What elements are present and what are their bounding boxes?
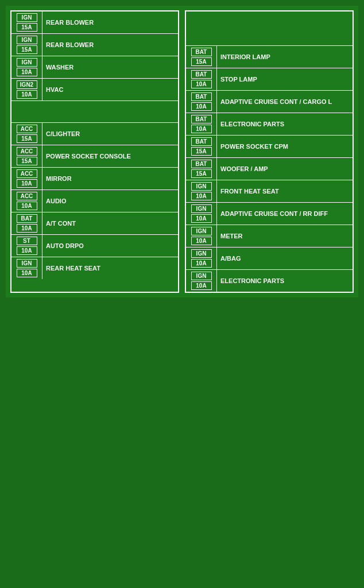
fuse-description: AUTO DRPO <box>42 235 178 257</box>
fuse-description: WOOFER / AMP <box>217 158 353 180</box>
fuse-row: ACC10AMIRROR <box>11 168 178 190</box>
fuse-code-cell: ACC10A <box>11 190 42 212</box>
fuse-type: ST <box>17 237 37 245</box>
fuse-row: IGN10AA/BAG <box>186 247 353 270</box>
fuse-type: BAT <box>191 160 212 168</box>
fuse-amperage: 10A <box>191 192 212 200</box>
fuse-amperage: 15A <box>17 45 37 54</box>
left-panel: IGN15AREAR BLOWERIGN15AREAR BLOWERIGN10A… <box>10 10 179 293</box>
fuse-code-cell: BAT10A <box>186 113 217 135</box>
fuse-description: POWER SOCKET CONSOLE <box>42 145 178 167</box>
fuse-row: BAT15AINTERIOR LAMP <box>186 46 353 68</box>
fuse-amperage: 10A <box>17 179 37 188</box>
fuse-type: BAT <box>17 214 37 223</box>
fuse-type: BAT <box>191 70 212 79</box>
fuse-code-cell: BAT10A <box>11 212 42 234</box>
fuse-row: BAT10ASTOP LAMP <box>186 68 353 91</box>
fuse-description: HVAC <box>42 79 178 100</box>
fuse-amperage: 10A <box>191 80 212 88</box>
fuse-row: ACC10AAUDIO <box>11 190 178 212</box>
fuse-code-cell: IGN10A <box>186 225 217 247</box>
fuse-code-cell: BAT15A <box>186 158 217 180</box>
fuse-type: IGN <box>191 249 212 258</box>
fuse-type: IGN <box>191 272 212 280</box>
fuse-code-cell: IGN210A <box>11 79 42 100</box>
fuse-type: IGN <box>17 259 37 268</box>
fuse-code-cell: BAT10A <box>186 68 217 90</box>
fuse-type: ACC <box>17 192 37 200</box>
fuse-amperage: 10A <box>17 269 37 277</box>
fuse-amperage: 10A <box>191 102 212 111</box>
fuse-code-cell: IGN10A <box>186 247 217 269</box>
fuse-amperage: 10A <box>191 214 212 223</box>
fuse-description: INTERIOR LAMP <box>217 46 353 68</box>
fuse-description: REAR HEAT SEAT <box>42 257 178 279</box>
fuse-description: C/LIGHTER <box>42 123 178 145</box>
fuse-box-diagram: IGN15AREAR BLOWERIGN15AREAR BLOWERIGN10A… <box>6 6 358 297</box>
right-panel: BAT15AINTERIOR LAMPBAT10ASTOP LAMPBAT10A… <box>185 10 354 293</box>
fuse-type: IGN <box>17 58 37 67</box>
fuse-description: FRONT HEAT SEAT <box>217 180 353 202</box>
fuse-row: BAT10AA/T CONT <box>11 212 178 235</box>
fuse-type: IGN <box>191 182 212 191</box>
fuse-row: IGN10AWASHER <box>11 56 178 79</box>
fuse-description: ADAPTIVE CRUISE CONT / RR DIFF <box>217 203 353 225</box>
fuse-amperage: 10A <box>17 68 37 76</box>
fuse-code-cell: IGN10A <box>11 257 42 279</box>
fuse-row: IGN10AADAPTIVE CRUISE CONT / RR DIFF <box>186 203 353 225</box>
fuse-row: BAT15AWOOFER / AMP <box>186 158 353 180</box>
fuse-type: ACC <box>17 169 37 178</box>
fuse-code-cell: ACC15A <box>11 145 42 167</box>
fuse-type: IGN <box>17 13 37 22</box>
fuse-amperage: 15A <box>191 169 212 178</box>
fuse-description: A/BAG <box>217 247 353 269</box>
fuse-row: IGN10AELECTRONIC PARTS <box>186 270 353 292</box>
fuse-amperage: 10A <box>191 237 212 245</box>
fuse-code-cell: IGN10A <box>186 203 217 225</box>
fuse-description: ELECTRONIC PARTS <box>217 113 353 135</box>
fuse-code-cell: ST10A <box>11 235 42 257</box>
fuse-amperage: 15A <box>17 134 37 143</box>
fuse-code-cell: IGN10A <box>186 180 217 202</box>
fuse-type: ACC <box>17 125 37 133</box>
fuse-description: WASHER <box>42 56 178 78</box>
fuse-description: METER <box>217 225 353 247</box>
fuse-type: IGN <box>191 204 212 213</box>
fuse-type: IGN <box>191 227 212 235</box>
fuse-code-cell: IGN15A <box>11 34 42 56</box>
fuse-row: IGN15AREAR BLOWER <box>11 11 178 34</box>
fuse-description: STOP LAMP <box>217 68 353 90</box>
fuse-amperage: 10A <box>191 125 212 133</box>
fuse-amperage: 15A <box>191 147 212 156</box>
fuse-row: IGN10AFRONT HEAT SEAT <box>186 180 353 203</box>
fuse-amperage: 10A <box>191 259 212 268</box>
fuse-code-cell: IGN10A <box>186 270 217 292</box>
empty-top-row <box>186 11 353 46</box>
fuse-row: IGN210AHVAC <box>11 79 178 101</box>
fuse-type: BAT <box>191 115 212 123</box>
empty-row <box>11 101 178 123</box>
fuse-code-cell: BAT10A <box>186 91 217 113</box>
fuse-type: BAT <box>191 137 212 146</box>
fuse-description: POWER SOCKET CPM <box>217 136 353 157</box>
fuse-row: IGN15AREAR BLOWER <box>11 34 178 56</box>
fuse-row: BAT10AELECTRONIC PARTS <box>186 113 353 136</box>
fuse-amperage: 15A <box>17 157 37 165</box>
fuse-description: REAR BLOWER <box>42 11 178 33</box>
fuse-type: IGN <box>17 36 37 44</box>
fuse-row: IGN10AREAR HEAT SEAT <box>11 257 178 279</box>
fuse-amperage: 10A <box>17 90 37 99</box>
fuse-code-cell: ACC15A <box>11 123 42 145</box>
fuse-description: REAR BLOWER <box>42 34 178 56</box>
fuse-amperage: 10A <box>17 202 37 210</box>
fuse-code-cell: BAT15A <box>186 136 217 157</box>
fuse-type: IGN2 <box>17 80 37 89</box>
fuse-type: BAT <box>191 92 212 101</box>
fuse-code-cell: IGN15A <box>11 11 42 33</box>
fuse-description: MIRROR <box>42 168 178 189</box>
fuse-amperage: 15A <box>17 23 37 32</box>
fuse-description: A/T CONT <box>42 212 178 234</box>
fuse-type: ACC <box>17 147 37 156</box>
fuse-row: ACC15APOWER SOCKET CONSOLE <box>11 145 178 168</box>
fuse-row: BAT10AADAPTIVE CRUISE CONT / CARGO L <box>186 91 353 113</box>
